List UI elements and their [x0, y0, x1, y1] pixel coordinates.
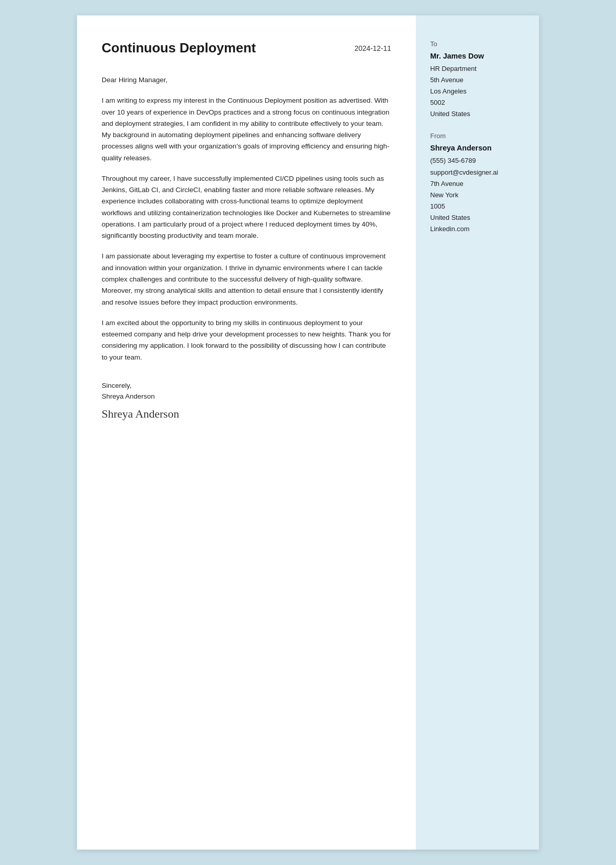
to-detail-2: Los Angeles — [430, 86, 525, 97]
letter-salutation: Dear Hiring Manager, — [102, 74, 391, 86]
to-detail-0: HR Department — [430, 63, 525, 74]
to-detail-4: United States — [430, 108, 525, 120]
signer-name: Shreya Anderson — [102, 392, 391, 400]
signature: Shreya Anderson — [102, 407, 391, 421]
from-section: From Shreya Anderson (555) 345-6789 supp… — [430, 132, 525, 235]
from-detail-4: 1005 — [430, 201, 525, 212]
letter-paragraph-2: Throughout my career, I have successfull… — [102, 173, 391, 242]
letter-paragraph-3: I am passionate about leveraging my expe… — [102, 251, 391, 308]
left-panel: Continuous Deployment 2024-12-11 Dear Hi… — [77, 15, 416, 850]
to-label: To — [430, 40, 525, 48]
to-details: HR Department 5th Avenue Los Angeles 500… — [430, 63, 525, 120]
from-detail-0: (555) 345-6789 — [430, 155, 525, 166]
from-name: Shreya Anderson — [430, 144, 525, 152]
closing-text: Sincerely, — [102, 382, 391, 389]
to-detail-1: 5th Avenue — [430, 74, 525, 86]
from-label: From — [430, 132, 525, 140]
from-detail-6: Linkedin.com — [430, 223, 525, 235]
from-detail-3: New York — [430, 190, 525, 201]
letter-body: Dear Hiring Manager, I am writing to exp… — [102, 74, 391, 363]
document-date: 2024-12-11 — [354, 40, 391, 52]
letter-closing: Sincerely, Shreya Anderson Shreya Anders… — [102, 382, 391, 421]
to-detail-3: 5002 — [430, 97, 525, 108]
to-name: Mr. James Dow — [430, 52, 525, 60]
letter-paragraph-4: I am excited about the opportunity to br… — [102, 317, 391, 363]
to-section: To Mr. James Dow HR Department 5th Avenu… — [430, 40, 525, 120]
document-header: Continuous Deployment 2024-12-11 — [102, 40, 391, 56]
letter-paragraph-1: I am writing to express my interest in t… — [102, 95, 391, 164]
from-detail-2: 7th Avenue — [430, 178, 525, 190]
right-panel: To Mr. James Dow HR Department 5th Avenu… — [416, 15, 539, 850]
document-title: Continuous Deployment — [102, 40, 256, 56]
from-detail-1: support@cvdesigner.ai — [430, 167, 525, 178]
from-details: (555) 345-6789 support@cvdesigner.ai 7th… — [430, 155, 525, 235]
from-detail-5: United States — [430, 212, 525, 223]
page: Continuous Deployment 2024-12-11 Dear Hi… — [77, 15, 539, 850]
